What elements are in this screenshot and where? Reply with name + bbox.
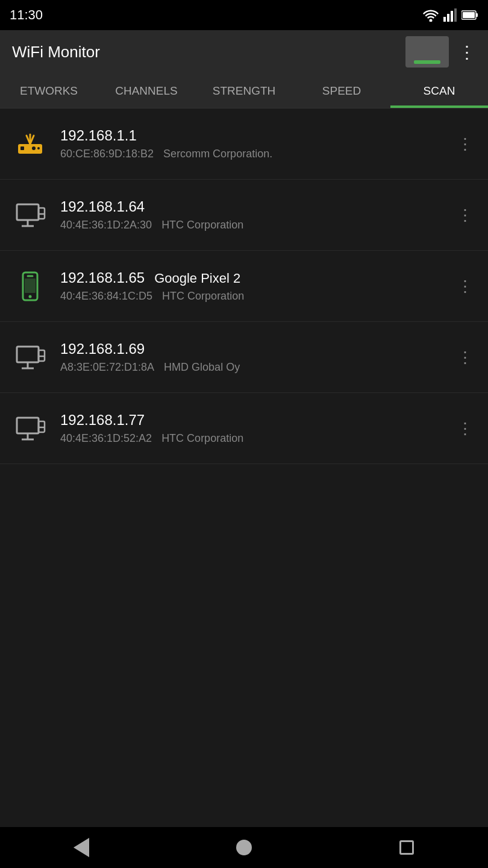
tab-bar: ETWORKS CHANNELS STRENGTH SPEED SCAN (0, 74, 488, 108)
more-dots-icon: ⋮ (457, 421, 474, 436)
device-info: 192.168.1.64 40:4E:36:1D:2A:30 HTC Corpo… (60, 198, 454, 231)
svg-rect-4 (454, 8, 457, 22)
nav-home-button[interactable] (226, 829, 262, 866)
more-dots-icon: ⋮ (457, 278, 474, 294)
desktop2-icon (14, 342, 46, 373)
device-icon-desktop3 (12, 410, 48, 447)
status-bar: 11:30 (0, 0, 488, 30)
device-ip: 192.168.1.65 (60, 269, 145, 286)
svg-rect-3 (451, 11, 453, 22)
device-info: 192.168.1.77 40:4E:36:1D:52:A2 HTC Corpo… (60, 412, 454, 445)
device-mac: 40:4E:36:1D:52:A2 (60, 432, 152, 445)
device-icon-router (12, 126, 48, 162)
svg-point-22 (29, 295, 32, 298)
app-title: WiFi Monitor (12, 43, 100, 61)
table-row: 192.168.1.1 60:CE:86:9D:18:B2 Sercomm Co… (0, 108, 488, 180)
tab-strength[interactable]: STRENGTH (195, 74, 293, 108)
svg-rect-15 (17, 204, 39, 220)
device-more-button[interactable]: ⋮ (454, 350, 476, 365)
wifi-status-icon (423, 8, 439, 22)
device-info: 192.168.1.1 60:CE:86:9D:18:B2 Sercomm Co… (60, 127, 454, 160)
table-row: 192.168.1.69 A8:3E:0E:72:D1:8A HMD Globa… (0, 322, 488, 393)
screenshot-button[interactable] (405, 36, 449, 68)
table-row: 192.168.1.64 40:4E:36:1D:2A:30 HTC Corpo… (0, 180, 488, 251)
status-icons (423, 8, 478, 22)
phone-icon (14, 271, 46, 302)
nav-recents-button[interactable] (389, 829, 425, 866)
device-more-button[interactable]: ⋮ (454, 278, 476, 294)
device-mac: 40:4E:36:1D:2A:30 (60, 219, 152, 231)
device-icon-desktop (12, 197, 48, 233)
status-time: 11:30 (10, 7, 43, 23)
table-row: 192.168.1.65 Google Pixel 2 40:4E:36:84:… (0, 251, 488, 322)
header-more-button[interactable]: ⋮ (458, 42, 476, 62)
device-vendor: Sercomm Corporation. (163, 148, 272, 160)
svg-point-0 (430, 19, 433, 22)
device-list: 192.168.1.1 60:CE:86:9D:18:B2 Sercomm Co… (0, 108, 488, 464)
desktop3-icon (14, 413, 46, 444)
nav-back-button[interactable] (63, 829, 99, 866)
device-mac: 40:4E:36:84:1C:D5 (60, 290, 152, 303)
device-mac: A8:3E:0E:72:D1:8A (60, 361, 154, 374)
device-vendor: HTC Corporation (162, 290, 244, 303)
svg-rect-1 (443, 17, 446, 22)
svg-rect-2 (447, 14, 449, 22)
more-dots-icon: ⋮ (457, 350, 474, 365)
device-icon-phone (12, 268, 48, 304)
tab-networks[interactable]: ETWORKS (0, 74, 98, 108)
back-arrow-icon (74, 838, 89, 857)
device-ip: 192.168.1.77 (60, 412, 145, 429)
signal-status-icon (443, 8, 457, 22)
device-ip: 192.168.1.1 (60, 127, 137, 144)
tab-speed[interactable]: SPEED (293, 74, 390, 108)
router-icon (14, 128, 46, 160)
device-icon-desktop2 (12, 339, 48, 376)
app-header: WiFi Monitor ⋮ (0, 30, 488, 74)
more-dots-icon: ⋮ (457, 207, 474, 223)
tab-channels[interactable]: CHANNELS (98, 74, 195, 108)
device-more-button[interactable]: ⋮ (454, 136, 476, 152)
device-info: 192.168.1.69 A8:3E:0E:72:D1:8A HMD Globa… (60, 341, 454, 374)
table-row: 192.168.1.77 40:4E:36:1D:52:A2 HTC Corpo… (0, 393, 488, 464)
tab-scan[interactable]: SCAN (390, 74, 488, 108)
desktop-icon (14, 200, 46, 231)
device-ip: 192.168.1.69 (60, 341, 145, 357)
device-ip: 192.168.1.64 (60, 198, 145, 215)
battery-status-icon (461, 10, 478, 20)
svg-rect-24 (17, 347, 39, 362)
device-vendor: HMD Global Oy (164, 361, 240, 374)
device-vendor: HTC Corporation (161, 432, 243, 445)
screenshot-btn-bar (414, 60, 440, 64)
device-more-button[interactable]: ⋮ (454, 421, 476, 436)
more-dots-icon: ⋮ (457, 136, 474, 152)
svg-rect-23 (25, 278, 36, 293)
device-vendor: HTC Corporation (161, 219, 243, 231)
svg-rect-9 (20, 146, 24, 150)
svg-point-11 (37, 147, 40, 149)
device-mac: 60:CE:86:9D:18:B2 (60, 148, 154, 160)
device-list-container: 192.168.1.1 60:CE:86:9D:18:B2 Sercomm Co… (0, 108, 488, 827)
svg-rect-7 (476, 13, 478, 17)
header-actions: ⋮ (405, 36, 476, 68)
svg-rect-29 (17, 418, 39, 433)
device-name: Google Pixel 2 (154, 271, 240, 286)
svg-rect-6 (463, 12, 475, 18)
home-circle-icon (236, 840, 252, 855)
recents-square-icon (399, 840, 414, 855)
bottom-nav (0, 827, 488, 868)
svg-point-10 (32, 146, 36, 150)
device-info: 192.168.1.65 Google Pixel 2 40:4E:36:84:… (60, 269, 454, 303)
device-more-button[interactable]: ⋮ (454, 207, 476, 223)
